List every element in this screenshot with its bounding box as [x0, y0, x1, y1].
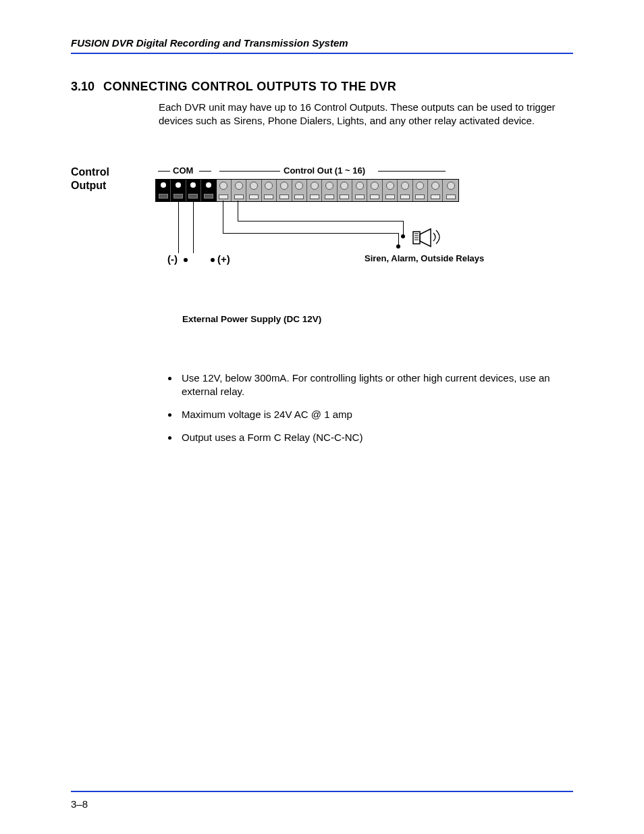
output-terminal — [262, 180, 277, 201]
com-terminal — [186, 180, 201, 201]
power-supply-caption: External Power Supply (DC 12V) — [182, 314, 573, 324]
document-page: FUSION DVR Digital Recording and Transmi… — [0, 0, 644, 834]
output-terminal-group — [217, 180, 458, 201]
bullet-item: Maximum voltage is 24V AC @ 1 amp — [179, 408, 573, 421]
running-header: FUSION DVR Digital Recording and Transmi… — [71, 37, 573, 53]
section-intro-paragraph: Each DVR unit may have up to 16 Control … — [159, 101, 570, 128]
output-terminal — [383, 180, 398, 201]
minus-node-icon — [184, 258, 188, 262]
output-terminal — [338, 180, 352, 201]
header-rule — [71, 53, 573, 54]
figure-side-label-line2: Output — [71, 180, 106, 191]
footer-rule — [71, 791, 573, 792]
com-terminal-group — [156, 180, 217, 201]
bullet-item: Output uses a Form C Relay (NC-C-NC) — [179, 431, 573, 444]
plus-symbol: (+) — [217, 253, 230, 265]
output-terminal — [277, 180, 292, 201]
output-terminal — [217, 180, 232, 201]
wire-node-icon — [401, 234, 405, 238]
figure-side-label: Control Output — [71, 165, 125, 194]
output-terminal — [443, 180, 458, 201]
output-terminal — [232, 180, 246, 201]
terminal-strip — [155, 179, 459, 202]
figure-side-label-line1: Control — [71, 166, 109, 178]
output-terminal — [352, 180, 367, 201]
section-number: 3.10 — [71, 80, 103, 94]
output-terminal — [413, 180, 428, 201]
com-label: COM — [173, 165, 193, 176]
minus-symbol: (-) — [167, 253, 178, 265]
output-terminal — [322, 180, 337, 201]
output-terminal — [398, 180, 412, 201]
bullet-item: Use 12V, below 300mA. For controlling li… — [179, 371, 573, 399]
com-terminal — [156, 180, 171, 201]
output-terminal — [292, 180, 307, 201]
control-out-label: Control Out (1 ~ 16) — [284, 165, 365, 176]
siren-icon — [412, 225, 446, 251]
com-terminal — [201, 180, 216, 201]
output-terminal — [307, 180, 322, 201]
output-terminal — [367, 180, 382, 201]
figure-block: Control Output COM Control Out (1 ~ 16) … — [71, 165, 573, 311]
plus-node-icon — [211, 258, 215, 262]
bullet-list: Use 12V, below 300mA. For controlling li… — [179, 371, 573, 445]
section-heading: 3.10 CONNECTING CONTROL OUTPUTS TO THE D… — [71, 80, 573, 94]
wiring-diagram: COM Control Out (1 ~ 16) (-) (+) — [155, 165, 520, 311]
page-number: 3–8 — [71, 798, 88, 810]
device-label: Siren, Alarm, Outside Relays — [365, 253, 484, 263]
output-terminal — [246, 180, 261, 201]
wire-node-icon — [396, 244, 400, 249]
section-title: CONNECTING CONTROL OUTPUTS TO THE DVR — [103, 80, 396, 94]
svg-marker-5 — [420, 229, 431, 246]
output-terminal — [428, 180, 443, 201]
com-terminal — [171, 180, 186, 201]
